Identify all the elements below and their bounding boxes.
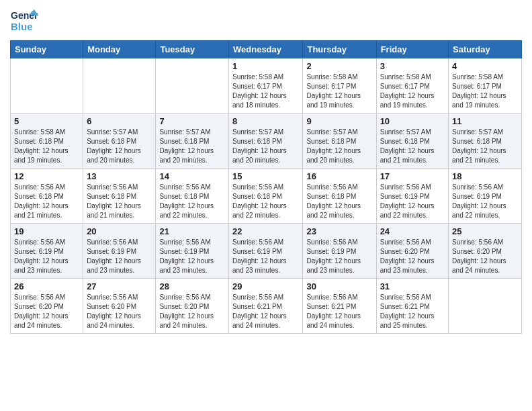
day-info: Sunrise: 5:57 AM Sunset: 6:18 PM Dayligh…: [306, 128, 372, 165]
calendar-cell: 20Sunrise: 5:56 AM Sunset: 6:19 PM Dayli…: [83, 224, 156, 279]
day-number: 24: [380, 226, 445, 236]
calendar-cell: 5Sunrise: 5:58 AM Sunset: 6:18 PM Daylig…: [11, 113, 83, 169]
calendar-cell: 8Sunrise: 5:57 AM Sunset: 6:18 PM Daylig…: [229, 113, 303, 169]
calendar-cell: 2Sunrise: 5:58 AM Sunset: 6:17 PM Daylig…: [303, 58, 376, 113]
day-number: 1: [232, 61, 299, 71]
weekday-header: Friday: [376, 41, 448, 58]
weekday-header: Sunday: [11, 41, 83, 58]
day-number: 15: [232, 171, 299, 181]
day-info: Sunrise: 5:56 AM Sunset: 6:19 PM Dayligh…: [232, 238, 299, 275]
day-number: 18: [452, 171, 518, 181]
day-number: 11: [452, 116, 518, 126]
logo-svg: General Blue: [10, 7, 38, 35]
calendar-cell: 4Sunrise: 5:58 AM Sunset: 6:17 PM Daylig…: [449, 58, 522, 113]
day-number: 29: [232, 281, 299, 291]
day-number: 17: [380, 171, 445, 181]
day-number: 14: [159, 171, 225, 181]
day-number: 8: [232, 116, 299, 126]
day-number: 6: [87, 116, 152, 126]
day-info: Sunrise: 5:56 AM Sunset: 6:19 PM Dayligh…: [380, 183, 445, 220]
calendar-cell: [11, 58, 83, 113]
day-info: Sunrise: 5:56 AM Sunset: 6:18 PM Dayligh…: [232, 183, 299, 220]
day-info: Sunrise: 5:57 AM Sunset: 6:18 PM Dayligh…: [159, 128, 225, 165]
day-number: 28: [159, 281, 225, 291]
page-header: General Blue: [10, 7, 522, 35]
day-info: Sunrise: 5:58 AM Sunset: 6:18 PM Dayligh…: [14, 128, 79, 165]
calendar-cell: 30Sunrise: 5:56 AM Sunset: 6:21 PM Dayli…: [303, 279, 376, 334]
calendar-cell: 14Sunrise: 5:56 AM Sunset: 6:18 PM Dayli…: [156, 169, 229, 224]
day-info: Sunrise: 5:58 AM Sunset: 6:17 PM Dayligh…: [306, 73, 372, 110]
calendar-cell: 6Sunrise: 5:57 AM Sunset: 6:18 PM Daylig…: [83, 113, 156, 169]
calendar-cell: 28Sunrise: 5:56 AM Sunset: 6:20 PM Dayli…: [156, 279, 229, 334]
calendar-cell: 7Sunrise: 5:57 AM Sunset: 6:18 PM Daylig…: [156, 113, 229, 169]
calendar-cell: 15Sunrise: 5:56 AM Sunset: 6:18 PM Dayli…: [229, 169, 303, 224]
day-number: 21: [159, 226, 225, 236]
calendar-cell: 21Sunrise: 5:56 AM Sunset: 6:19 PM Dayli…: [156, 224, 229, 279]
logo: General Blue: [10, 7, 38, 35]
day-info: Sunrise: 5:56 AM Sunset: 6:18 PM Dayligh…: [159, 183, 225, 220]
calendar-cell: 12Sunrise: 5:56 AM Sunset: 6:18 PM Dayli…: [11, 169, 83, 224]
day-number: 9: [306, 116, 372, 126]
day-number: 12: [14, 171, 79, 181]
logo-row: General Blue: [10, 7, 38, 35]
day-number: 23: [306, 226, 372, 236]
calendar-cell: 22Sunrise: 5:56 AM Sunset: 6:19 PM Dayli…: [229, 224, 303, 279]
day-number: 4: [452, 61, 518, 71]
calendar-cell: 18Sunrise: 5:56 AM Sunset: 6:19 PM Dayli…: [449, 169, 522, 224]
day-info: Sunrise: 5:56 AM Sunset: 6:21 PM Dayligh…: [232, 293, 299, 330]
calendar-cell: 11Sunrise: 5:57 AM Sunset: 6:18 PM Dayli…: [449, 113, 522, 169]
calendar-week-row: 19Sunrise: 5:56 AM Sunset: 6:19 PM Dayli…: [11, 224, 522, 279]
day-info: Sunrise: 5:56 AM Sunset: 6:19 PM Dayligh…: [159, 238, 225, 275]
calendar-cell: 31Sunrise: 5:56 AM Sunset: 6:21 PM Dayli…: [376, 279, 448, 334]
calendar-cell: [156, 58, 229, 113]
day-info: Sunrise: 5:58 AM Sunset: 6:17 PM Dayligh…: [452, 73, 518, 110]
day-number: 13: [87, 171, 152, 181]
calendar-cell: 24Sunrise: 5:56 AM Sunset: 6:20 PM Dayli…: [376, 224, 448, 279]
day-number: 7: [159, 116, 225, 126]
day-number: 5: [14, 116, 79, 126]
calendar-week-row: 12Sunrise: 5:56 AM Sunset: 6:18 PM Dayli…: [11, 169, 522, 224]
calendar-cell: 27Sunrise: 5:56 AM Sunset: 6:20 PM Dayli…: [83, 279, 156, 334]
day-info: Sunrise: 5:58 AM Sunset: 6:17 PM Dayligh…: [380, 73, 445, 110]
svg-text:Blue: Blue: [11, 21, 33, 32]
calendar-cell: 10Sunrise: 5:57 AM Sunset: 6:18 PM Dayli…: [376, 113, 448, 169]
day-info: Sunrise: 5:56 AM Sunset: 6:20 PM Dayligh…: [14, 293, 79, 330]
day-info: Sunrise: 5:57 AM Sunset: 6:18 PM Dayligh…: [232, 128, 299, 165]
calendar-week-row: 5Sunrise: 5:58 AM Sunset: 6:18 PM Daylig…: [11, 113, 522, 169]
day-info: Sunrise: 5:57 AM Sunset: 6:18 PM Dayligh…: [380, 128, 445, 165]
calendar-header-row: SundayMondayTuesdayWednesdayThursdayFrid…: [11, 41, 522, 58]
day-number: 31: [380, 281, 445, 291]
weekday-header: Monday: [83, 41, 156, 58]
calendar-cell: 1Sunrise: 5:58 AM Sunset: 6:17 PM Daylig…: [229, 58, 303, 113]
calendar-cell: 23Sunrise: 5:56 AM Sunset: 6:19 PM Dayli…: [303, 224, 376, 279]
day-number: 20: [87, 226, 152, 236]
day-number: 10: [380, 116, 445, 126]
calendar-table: SundayMondayTuesdayWednesdayThursdayFrid…: [10, 40, 522, 334]
day-info: Sunrise: 5:56 AM Sunset: 6:18 PM Dayligh…: [14, 183, 79, 220]
calendar-cell: 13Sunrise: 5:56 AM Sunset: 6:18 PM Dayli…: [83, 169, 156, 224]
day-number: 22: [232, 226, 299, 236]
calendar-cell: 25Sunrise: 5:56 AM Sunset: 6:20 PM Dayli…: [449, 224, 522, 279]
day-info: Sunrise: 5:56 AM Sunset: 6:20 PM Dayligh…: [452, 238, 518, 275]
page-container: General Blue SundayMondayTuesdayWednesda…: [0, 0, 532, 340]
day-number: 26: [14, 281, 79, 291]
day-info: Sunrise: 5:56 AM Sunset: 6:18 PM Dayligh…: [306, 183, 372, 220]
day-number: 25: [452, 226, 518, 236]
day-info: Sunrise: 5:56 AM Sunset: 6:21 PM Dayligh…: [306, 293, 372, 330]
calendar-cell: 19Sunrise: 5:56 AM Sunset: 6:19 PM Dayli…: [11, 224, 83, 279]
day-number: 27: [87, 281, 152, 291]
weekday-header: Wednesday: [229, 41, 303, 58]
day-number: 30: [306, 281, 372, 291]
calendar-week-row: 1Sunrise: 5:58 AM Sunset: 6:17 PM Daylig…: [11, 58, 522, 113]
day-info: Sunrise: 5:56 AM Sunset: 6:19 PM Dayligh…: [14, 238, 79, 275]
day-info: Sunrise: 5:56 AM Sunset: 6:20 PM Dayligh…: [159, 293, 225, 330]
day-info: Sunrise: 5:56 AM Sunset: 6:19 PM Dayligh…: [452, 183, 518, 220]
calendar-cell: 26Sunrise: 5:56 AM Sunset: 6:20 PM Dayli…: [11, 279, 83, 334]
day-info: Sunrise: 5:56 AM Sunset: 6:20 PM Dayligh…: [87, 293, 152, 330]
day-info: Sunrise: 5:56 AM Sunset: 6:21 PM Dayligh…: [380, 293, 445, 330]
weekday-header: Saturday: [449, 41, 522, 58]
calendar-cell: 9Sunrise: 5:57 AM Sunset: 6:18 PM Daylig…: [303, 113, 376, 169]
day-info: Sunrise: 5:56 AM Sunset: 6:19 PM Dayligh…: [87, 238, 152, 275]
day-number: 19: [14, 226, 79, 236]
calendar-cell: [83, 58, 156, 113]
